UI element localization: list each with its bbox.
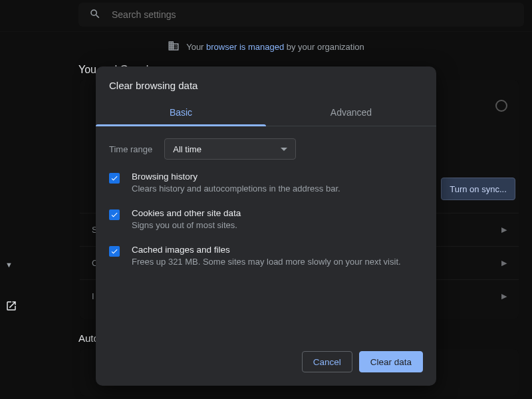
dialog-tabs: Basic Advanced: [96, 100, 436, 126]
managed-link[interactable]: browser is managed: [206, 42, 284, 52]
avatar-placeholder: [495, 100, 507, 112]
chevron-right-icon: ▶: [501, 259, 507, 267]
dialog-title: Clear browsing data: [96, 66, 436, 100]
time-range-select[interactable]: All time: [164, 138, 296, 160]
option-cookies: Cookies and other site data Signs you ou…: [109, 208, 423, 230]
option-title: Cookies and other site data: [132, 208, 241, 218]
clear-browsing-data-dialog: Clear browsing data Basic Advanced Time …: [96, 66, 436, 386]
divider: [0, 31, 532, 32]
turn-on-sync-button[interactable]: Turn on sync...: [441, 178, 515, 200]
time-range-value: All time: [173, 144, 201, 154]
tab-basic[interactable]: Basic: [96, 100, 266, 126]
managed-prefix: Your: [186, 42, 206, 52]
search-input[interactable]: [112, 9, 513, 20]
option-desc: Frees up 321 MB. Some sites may load mor…: [132, 257, 401, 267]
open-in-new-icon[interactable]: [5, 300, 19, 313]
option-browsing-history: Browsing history Clears history and auto…: [109, 172, 423, 194]
option-cache: Cached images and files Frees up 321 MB.…: [109, 245, 423, 267]
chevron-right-icon: ▶: [501, 292, 507, 301]
option-title: Browsing history: [132, 172, 340, 182]
chevron-down-icon: [281, 148, 287, 151]
search-bar[interactable]: [78, 3, 524, 27]
clear-data-button[interactable]: Clear data: [359, 351, 423, 372]
checkbox-browsing-history[interactable]: [109, 173, 120, 184]
time-range-label: Time range: [109, 144, 152, 154]
row-label: I: [92, 291, 94, 301]
search-icon: [89, 8, 101, 22]
managed-notice: Your browser is managed by your organiza…: [0, 40, 532, 54]
managed-suffix: by your organization: [284, 42, 364, 52]
checkbox-cache[interactable]: [109, 246, 120, 257]
option-desc: Clears history and autocompletions in th…: [132, 184, 340, 194]
tab-advanced[interactable]: Advanced: [266, 100, 436, 126]
building-icon: [168, 40, 180, 54]
option-title: Cached images and files: [132, 245, 401, 255]
chevron-down-icon[interactable]: ▼: [5, 261, 13, 269]
chevron-right-icon: ▶: [501, 225, 507, 234]
option-desc: Signs you out of most sites.: [132, 220, 241, 230]
cancel-button[interactable]: Cancel: [302, 351, 352, 372]
checkbox-cookies[interactable]: [109, 209, 120, 220]
